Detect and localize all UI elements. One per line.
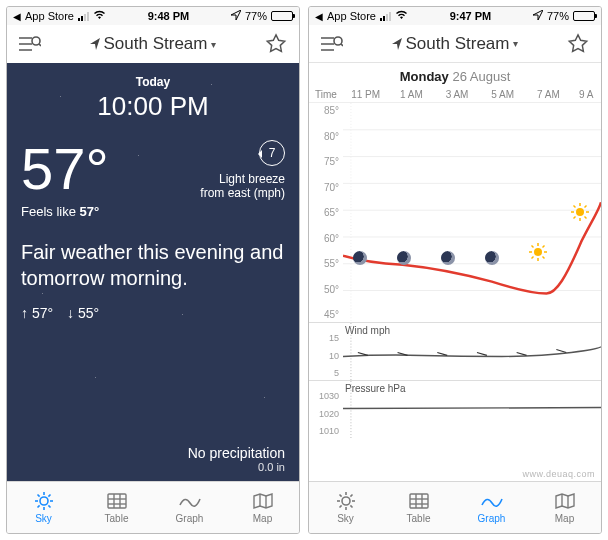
- favorite-star-icon[interactable]: [565, 31, 591, 57]
- cell-signal-icon: [78, 12, 89, 21]
- high-low: ↑ 57° ↓ 55°: [21, 305, 285, 321]
- location-services-icon: [231, 10, 241, 22]
- sun-icon: [334, 491, 358, 511]
- status-bar: ◀ App Store 9:47 PM 77%: [309, 7, 601, 25]
- svg-point-3: [32, 37, 40, 45]
- cell-signal-icon: [380, 12, 391, 21]
- tab-table[interactable]: Table: [382, 482, 455, 533]
- tab-label: Table: [105, 513, 129, 524]
- svg-point-5: [40, 497, 48, 505]
- graph-icon: [480, 491, 504, 511]
- time-axis: Time 11 PM1 AM3 AM5 AM7 AM9 A: [309, 86, 601, 102]
- back-app-label[interactable]: App Store: [327, 10, 376, 22]
- menu-search-icon[interactable]: [319, 31, 345, 57]
- svg-line-50: [585, 206, 587, 208]
- svg-line-51: [574, 217, 576, 219]
- battery-percent: 77%: [547, 10, 569, 22]
- today-label: Today: [21, 75, 285, 89]
- screenshot-left: ◀ App Store 9:48 PM 77% South Stream ▾: [6, 6, 300, 534]
- favorite-star-icon[interactable]: [263, 31, 289, 57]
- sun-icon: [32, 491, 56, 511]
- svg-line-55: [437, 352, 447, 355]
- svg-rect-14: [108, 494, 126, 508]
- back-app-label[interactable]: App Store: [25, 10, 74, 22]
- precipitation: No precipitation 0.0 in: [21, 445, 285, 473]
- svg-line-42: [532, 257, 534, 259]
- table-icon: [105, 491, 129, 511]
- current-time: 10:00 PM: [21, 91, 285, 122]
- graph-icon: [178, 491, 202, 511]
- location-name: South Stream: [406, 34, 510, 54]
- location-selector[interactable]: South Stream ▾: [392, 34, 519, 54]
- wifi-icon: [395, 10, 408, 22]
- svg-point-34: [534, 248, 542, 256]
- condition-icons-row: [343, 251, 601, 265]
- battery-icon: [573, 11, 595, 21]
- table-icon: [407, 491, 431, 511]
- arrow-up-icon: ↑: [21, 305, 32, 321]
- svg-line-66: [350, 505, 352, 507]
- moon-icon: [485, 251, 499, 265]
- tab-graph[interactable]: Graph: [153, 482, 226, 533]
- wind-chart: Wind mph 15105: [309, 322, 601, 380]
- forecast-summary: Fair weather this evening and tomorrow m…: [21, 239, 285, 291]
- svg-line-48: [574, 206, 576, 208]
- sun-icon: [529, 243, 547, 261]
- location-arrow-icon: [90, 38, 100, 50]
- arrow-down-icon: ↓: [67, 305, 78, 321]
- tab-sky[interactable]: Sky: [309, 482, 382, 533]
- location-selector[interactable]: South Stream ▾: [90, 34, 217, 54]
- moon-icon: [441, 251, 455, 265]
- tab-map[interactable]: Map: [226, 482, 299, 533]
- svg-line-56: [477, 352, 487, 355]
- svg-line-4: [39, 44, 41, 46]
- location-name: South Stream: [104, 34, 208, 54]
- svg-line-12: [48, 495, 50, 497]
- wifi-icon: [93, 10, 106, 22]
- tab-label: Map: [555, 513, 574, 524]
- tab-bar: Sky Table Graph Map: [7, 481, 299, 533]
- back-chevron-icon[interactable]: ◀: [315, 11, 323, 22]
- svg-line-58: [556, 350, 566, 353]
- current-temperature: 57°: [21, 140, 109, 198]
- tab-map[interactable]: Map: [528, 482, 601, 533]
- tab-label: Graph: [176, 513, 204, 524]
- graph-panel[interactable]: Monday 26 August Time 11 PM1 AM3 AM5 AM7…: [309, 63, 601, 481]
- tab-bar: Sky Table Graph Map: [309, 481, 601, 533]
- tab-label: Map: [253, 513, 272, 524]
- graph-date: Monday 26 August: [309, 63, 601, 86]
- tab-label: Sky: [337, 513, 354, 524]
- location-arrow-icon: [392, 38, 402, 50]
- svg-line-25: [341, 44, 343, 46]
- svg-line-57: [517, 352, 527, 355]
- wind-summary: 7 Light breeze from east (mph): [200, 140, 285, 200]
- tab-label: Table: [407, 513, 431, 524]
- svg-point-60: [342, 497, 350, 505]
- high-temp: ↑ 57°: [21, 305, 53, 321]
- tab-table[interactable]: Table: [80, 482, 153, 533]
- svg-line-67: [350, 495, 352, 497]
- battery-icon: [271, 11, 293, 21]
- svg-point-43: [576, 208, 584, 216]
- tab-sky[interactable]: Sky: [7, 482, 80, 533]
- svg-line-65: [339, 495, 341, 497]
- map-icon: [553, 491, 577, 511]
- sky-panel: Today 10:00 PM 57° Feels like 57° 7 Ligh…: [7, 63, 299, 481]
- svg-rect-69: [410, 494, 428, 508]
- svg-line-39: [532, 246, 534, 248]
- menu-search-icon[interactable]: [17, 31, 43, 57]
- sun-icon: [571, 203, 589, 221]
- svg-line-40: [543, 257, 545, 259]
- tab-graph[interactable]: Graph: [455, 482, 528, 533]
- moon-icon: [397, 251, 411, 265]
- status-bar: ◀ App Store 9:48 PM 77%: [7, 7, 299, 25]
- chevron-down-icon: ▾: [513, 38, 518, 49]
- app-header: South Stream ▾: [7, 25, 299, 63]
- svg-line-10: [37, 495, 39, 497]
- back-chevron-icon[interactable]: ◀: [13, 11, 21, 22]
- chevron-down-icon: ▾: [211, 39, 216, 50]
- pressure-chart: Pressure hPa 103010201010: [309, 380, 601, 438]
- location-services-icon: [533, 10, 543, 22]
- moon-icon: [353, 251, 367, 265]
- screenshot-right: ◀ App Store 9:47 PM 77% South Stream ▾ M…: [308, 6, 602, 534]
